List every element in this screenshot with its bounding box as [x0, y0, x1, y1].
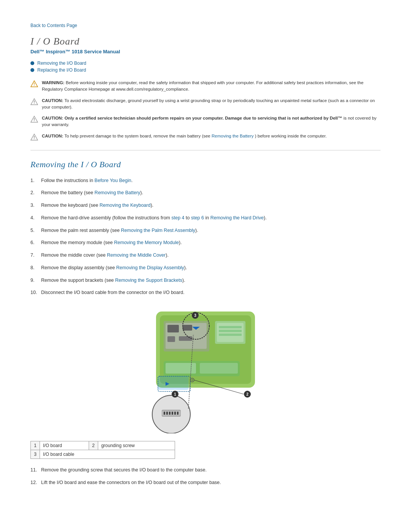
step-6: 6. Remove the memory module (see Removin… [30, 239, 381, 246]
step-9: 9. Remove the support brackets (see Remo… [30, 277, 381, 284]
step-1: 1. Follow the instructions in Before You… [30, 177, 381, 184]
table-row-2: 3 I/O board cable [31, 450, 175, 459]
svg-rect-29 [164, 412, 165, 415]
step-4: 4. Remove the hard-drive assembly (follo… [30, 214, 381, 222]
step6-link[interactable]: step 6 [191, 215, 204, 220]
svg-rect-15 [179, 336, 192, 341]
before-you-begin-link[interactable]: Before You Begin [94, 178, 131, 183]
step-3: 3. Remove the keyboard (see Removing the… [30, 202, 381, 209]
col-num-3: 3 [31, 450, 40, 459]
notice-caution-3-text: To help prevent damage to the system boa… [64, 134, 212, 138]
svg-text:!: ! [33, 100, 35, 104]
svg-rect-31 [169, 412, 170, 415]
caution-icon-2: ! [30, 115, 38, 123]
svg-rect-34 [177, 412, 178, 415]
step-2: 2. Remove the battery (see Removing the … [30, 189, 381, 197]
col-num-2: 2 [89, 441, 98, 450]
step-10: 10. Disconnect the I/O board cable from … [30, 289, 381, 296]
removing-memory-link[interactable]: Removing the Memory Module [114, 240, 179, 245]
removing-battery-link-notice[interactable]: Removing the Battery [212, 134, 254, 138]
svg-text:!: ! [33, 136, 35, 140]
toc: Removing the I/O Board Replacing the I/O… [30, 61, 381, 73]
svg-rect-30 [166, 412, 168, 415]
svg-rect-14 [167, 336, 175, 342]
notice-warning: ! WARNING: Before working inside your co… [30, 80, 381, 93]
col-label-2: grounding screw [98, 441, 175, 450]
svg-rect-20 [219, 334, 242, 336]
svg-rect-24 [158, 376, 188, 390]
step-12: 12. Lift the I/O board and ease the conn… [30, 479, 381, 486]
notice-warning-text: Before working inside your computer, rea… [42, 80, 363, 91]
notice-caution-1-text: To avoid electrostatic discharge, ground… [42, 98, 375, 109]
svg-rect-23 [200, 363, 238, 374]
warning-icon: ! [30, 80, 38, 88]
manual-title: Dell™ Inspiron™ 1018 Service Manual [30, 49, 381, 54]
step-11: 11. Remove the grounding screw that secu… [30, 466, 381, 474]
step-5: 5. Remove the palm rest assembly (see Re… [30, 227, 381, 234]
removing-palm-rest-link[interactable]: Removing the Palm Rest Assembly [121, 228, 195, 233]
steps-list: 1. Follow the instructions in Before You… [30, 177, 381, 297]
steps-after-list: 11. Remove the grounding screw that secu… [30, 466, 381, 486]
laptop-diagram: 1 2 3 [30, 304, 381, 433]
notice-caution-1: ! CAUTION: To avoid electrostatic discha… [30, 97, 381, 111]
back-to-contents-link[interactable]: Back to Contents Page [30, 23, 381, 28]
removing-keyboard-link[interactable]: Removing the Keyboard [100, 203, 151, 208]
removing-display-link[interactable]: Removing the Display Assembly [116, 265, 184, 270]
section-divider [30, 150, 381, 150]
removing-battery-link-step2[interactable]: Removing the Battery [94, 190, 140, 195]
svg-rect-19 [219, 330, 242, 332]
svg-rect-18 [219, 326, 242, 328]
notice-caution-2-text: CAUTION: Only a certified service techni… [42, 116, 376, 127]
svg-text:!: ! [33, 82, 35, 86]
svg-text:3: 3 [194, 313, 196, 318]
step-7: 7. Remove the middle cover (see Removing… [30, 252, 381, 259]
step-8: 8. Remove the display assembly (see Remo… [30, 264, 381, 272]
notice-warning-label: WARNING: [42, 80, 64, 85]
svg-text:!: ! [33, 118, 35, 122]
svg-rect-13 [183, 325, 192, 331]
svg-text:2: 2 [246, 392, 249, 396]
caution-icon-3: ! [30, 133, 38, 141]
toc-bullet-2 [30, 68, 34, 72]
page-title: I / O Board [30, 36, 381, 47]
notice-caution-2: ! CAUTION: Only a certified service tech… [30, 115, 381, 128]
svg-rect-17 [217, 323, 244, 342]
col-num-1: 1 [31, 441, 40, 450]
component-table: 1 I/O board 2 grounding screw 3 I/O boar… [30, 441, 175, 459]
svg-rect-12 [167, 325, 179, 332]
toc-link-removing[interactable]: Removing the I/O Board [37, 61, 86, 66]
removing-middle-cover-link[interactable]: Removing the Middle Cover [107, 252, 166, 258]
col-label-1: I/O board [40, 441, 89, 450]
notice-caution-1-label: CAUTION: [42, 98, 63, 103]
removing-brackets-link[interactable]: Removing the Support Brackets [115, 278, 182, 283]
svg-rect-32 [172, 412, 173, 415]
laptop-diagram-svg: 1 2 3 [133, 304, 278, 433]
svg-text:1: 1 [174, 392, 176, 396]
svg-rect-33 [174, 412, 176, 415]
caution-icon-1: ! [30, 98, 38, 105]
col-label-3: I/O board cable [40, 450, 175, 459]
removing-hard-drive-link[interactable]: Removing the Hard Drive [210, 215, 264, 220]
removing-section-title: Removing the I / O Board [30, 160, 381, 169]
notice-caution-3-label: CAUTION: [42, 134, 63, 138]
toc-link-replacing[interactable]: Replacing the I/O Board [37, 67, 86, 73]
step4-link[interactable]: step 4 [172, 215, 185, 220]
toc-bullet-1 [30, 61, 34, 65]
table-row-1: 1 I/O board 2 grounding screw [31, 441, 175, 450]
notice-caution-3: ! CAUTION: To help prevent damage to the… [30, 133, 381, 141]
